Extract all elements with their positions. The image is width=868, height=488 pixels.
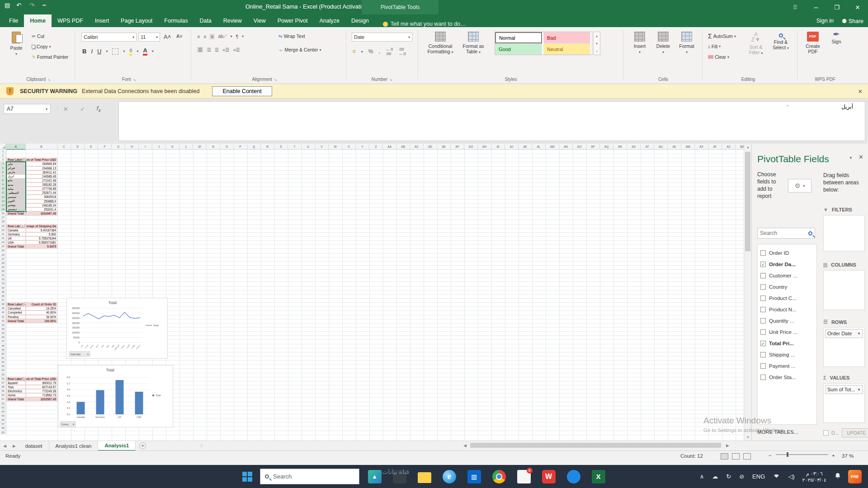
taskbar-store-icon[interactable]: ▥ [467,469,481,484]
pivot-header-cell[interactable]: Sum of Total Price USD [26,158,57,162]
pivot-cell[interactable]: UK [6,236,26,240]
pivot-cell[interactable]: فبراير [6,166,26,170]
pivot-cell[interactable]: 5.592 [26,232,57,236]
field-item-productn[interactable]: Product N... [758,304,816,315]
column-header-N[interactable]: N [207,144,220,150]
column-header-H[interactable]: H [125,144,139,150]
row-header-40[interactable]: 40 [0,310,6,314]
row-header-59[interactable]: 59 [0,389,6,393]
select-all-corner[interactable] [0,144,6,150]
percent-style-icon[interactable]: % [368,48,373,55]
row-header-32[interactable]: 32 [0,277,6,282]
clear-button[interactable]: Clear▾ [708,54,729,60]
tab-insert[interactable]: Insert [89,14,115,27]
tray-language-indicator[interactable]: ENG [748,473,769,480]
align-bottom-icon[interactable]: ≡ [210,34,214,39]
column-header-M[interactable]: M [193,144,207,150]
font-size-combo[interactable]: 11▾ [138,33,160,42]
pivot-cell[interactable]: Pending [6,315,26,319]
cut-button[interactable]: ✂Cut [32,33,44,39]
tab-home[interactable]: Home [24,14,52,27]
decrease-indent-icon[interactable]: «☰ [222,47,229,52]
row-header-61[interactable]: 61 [0,397,6,401]
pivot-cell[interactable]: Grand Total [6,319,26,323]
scroll-up-icon[interactable]: ▲ [744,144,752,150]
field-item-payment[interactable]: Payment ... [758,360,816,371]
italic-button[interactable]: I [91,48,93,55]
column-header-AR[interactable]: AR [613,144,627,150]
pivot-cell[interactable]: USA [6,240,26,244]
row-header-24[interactable]: 24 [0,244,6,249]
sheet-tab-analysis1[interactable]: Analysis1 [98,441,136,451]
field-item-quantity[interactable]: Quantity ... [758,315,816,326]
row-header-23[interactable]: 23 [0,240,6,244]
row-header-41[interactable]: 41 [0,315,6,319]
column-header-AM[interactable]: AM [546,144,559,150]
column-header-AT[interactable]: AT [641,144,654,150]
pivot-cell[interactable]: 3202967.45 [26,211,57,216]
row-header-6[interactable]: 6 [0,170,6,174]
horizontal-scroll-thumb[interactable] [470,443,721,448]
row-header-4[interactable]: 4 [0,162,6,166]
format-painter-button[interactable]: ✎Format Painter [32,54,68,60]
column-header-AZ[interactable]: AZ [722,144,736,150]
field-item-shipping[interactable]: Shipping ... [758,349,816,360]
font-launcher-icon[interactable]: ↘ [133,78,136,82]
accounting-format-icon[interactable]: ¤ [353,48,356,55]
column-header-J[interactable]: J [152,144,166,150]
column-header-G[interactable]: G [112,144,125,150]
pivot-cell[interactable]: 269011.41 [26,170,57,174]
column-header-C[interactable]: C [57,144,71,150]
pivot-header-cell[interactable]: Count of Order ID [26,302,57,306]
pivot-cell[interactable]: مارس [6,170,26,174]
taskbar-excel-icon[interactable]: X [591,469,606,484]
column-header-A[interactable]: A [6,144,26,150]
row-header-10[interactable]: 10 [0,187,6,191]
row-header-39[interactable]: 39 [0,306,6,310]
tray-notification-bell-icon[interactable] [830,473,845,480]
field-checkbox[interactable]: ✓ [760,262,766,267]
align-left-icon[interactable]: ☰ [197,47,203,52]
row-header-26[interactable]: 26 [0,253,6,257]
tray-pre-badge[interactable]: PRE [848,470,862,483]
pivot-cell[interactable]: أكتوبر [6,199,26,203]
style-good[interactable]: Good [495,43,542,55]
row-header-36[interactable]: 36 [0,294,6,298]
row-header-3[interactable]: 3 [0,158,6,162]
column-header-D[interactable]: D [71,144,85,150]
fields-tools-button[interactable]: ⚙▾ [788,179,811,192]
row-header-20[interactable]: 20 [0,228,6,232]
vertical-scroll-thumb[interactable] [745,152,750,251]
tray-sync-icon[interactable]: ↻ [722,473,735,480]
row-header-7[interactable]: 7 [0,174,6,178]
row-header-52[interactable]: 52 [0,360,6,364]
fields-pane-close-icon[interactable]: ✕ [859,154,863,160]
pivot-cell[interactable]: Canada [6,228,26,232]
fill-button[interactable]: ⤓Fill▾ [708,43,721,49]
pivot-cell[interactable]: 713562.73 [26,393,57,397]
row-header-9[interactable]: 9 [0,183,6,187]
merge-center-button[interactable]: ⇔Merge & Center▾ [278,47,321,52]
row-header-58[interactable]: 58 [0,385,6,389]
pivot-header-cell[interactable]: Row Label▾ [6,302,26,306]
pivot-cell[interactable]: 772249.36 [26,389,57,393]
column-header-L[interactable]: L [179,144,193,150]
tab-view[interactable]: View [248,14,272,27]
wrap-text-button[interactable]: ⇋Wrap Text [278,33,305,39]
row-header-21[interactable]: 21 [0,232,6,236]
taskbar-file-explorer-icon[interactable] [417,469,432,484]
format-cells-button[interactable]: Format▾ [675,32,698,55]
pivot-cell[interactable]: 5.755376344 [26,236,57,240]
tab-page-layout[interactable]: Page Layout [115,14,158,27]
column-header-AU[interactable]: AU [654,144,668,150]
column-header-W[interactable]: W [329,144,342,150]
sheet-tab-analysis1-clean[interactable]: Analysis1 clean [49,441,99,451]
column-header-Q[interactable]: Q [247,144,261,150]
row-header-68[interactable]: 68 [0,426,6,430]
underline-button[interactable]: U [97,48,101,55]
pivot-cell[interactable]: 3202967.45 [26,397,57,401]
field-checkbox[interactable]: ✓ [760,341,766,346]
sort-filter-button[interactable]: AZ▼Sort & Filter ▾ [744,32,768,56]
align-center-icon[interactable]: ☰ [207,47,211,52]
column-header-AO[interactable]: AO [573,144,586,150]
